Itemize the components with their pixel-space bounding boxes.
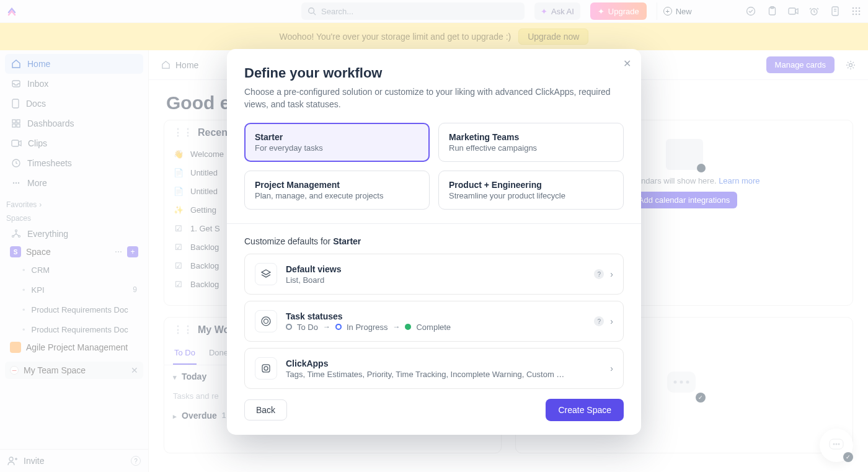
svg-point-46 xyxy=(264,367,268,370)
svg-point-44 xyxy=(264,319,268,324)
close-icon[interactable]: ✕ xyxy=(623,58,631,69)
back-button[interactable]: Back xyxy=(244,399,287,421)
workflow-modal: ✕ Define your workflow Choose a pre-conf… xyxy=(227,49,641,435)
chevron-right-icon: › xyxy=(610,269,613,279)
modal-footer: Back Create Space xyxy=(244,399,624,421)
target-icon xyxy=(255,310,277,332)
workflow-card-product[interactable]: Product + Engineering Streamline your pr… xyxy=(438,171,624,210)
workflow-card-pm[interactable]: Project Management Plan, manage, and exe… xyxy=(244,171,430,210)
customize-label: Customize defaults for Starter xyxy=(244,236,624,246)
workflow-options: Starter For everyday tasks Marketing Tea… xyxy=(244,123,624,210)
workflow-card-marketing[interactable]: Marketing Teams Run effective campaigns xyxy=(438,123,624,162)
divider xyxy=(227,223,641,224)
arrow-icon: → xyxy=(392,323,400,331)
apps-icon xyxy=(255,357,277,380)
status-flow: To Do → In Progress → Complete xyxy=(286,323,585,332)
svg-point-43 xyxy=(262,317,270,326)
svg-rect-45 xyxy=(262,365,270,372)
chevron-right-icon: › xyxy=(610,363,613,373)
create-space-button[interactable]: Create Space xyxy=(546,399,624,421)
help-icon[interactable]: ? xyxy=(594,269,604,279)
arrow-icon: → xyxy=(323,323,330,331)
chevron-right-icon: › xyxy=(610,316,613,326)
setting-task-statuses[interactable]: Task statuses To Do → In Progress → Comp… xyxy=(244,301,624,342)
help-icon[interactable]: ? xyxy=(594,316,604,326)
setting-default-views[interactable]: Default views List, Board ?› xyxy=(244,254,624,295)
layers-icon xyxy=(255,263,277,285)
modal-subtitle: Choose a pre-configured solution or cust… xyxy=(244,86,624,110)
setting-clickapps[interactable]: ClickApps Tags, Time Estimates, Priority… xyxy=(244,348,624,389)
workflow-card-starter[interactable]: Starter For everyday tasks xyxy=(244,123,430,162)
modal-title: Define your workflow xyxy=(244,65,624,81)
